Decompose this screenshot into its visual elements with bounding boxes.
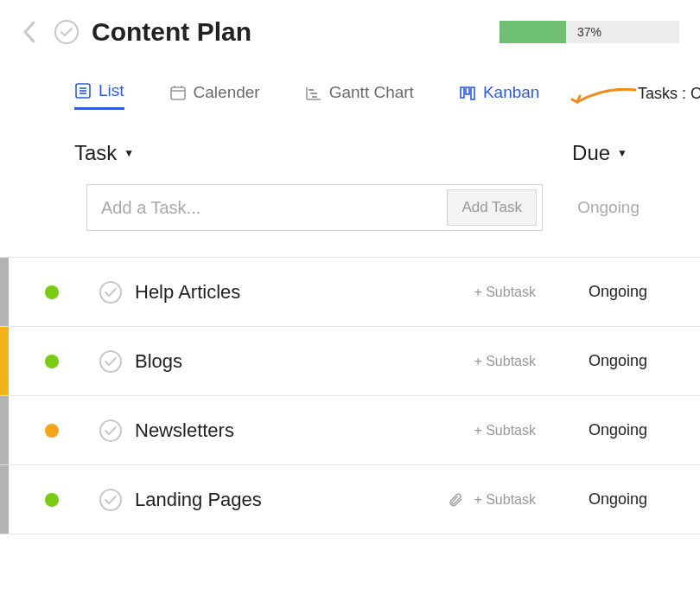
task-row[interactable]: Help Articles+ SubtaskOngoing <box>0 258 700 327</box>
status-dot <box>45 355 59 368</box>
subtask-label: + Subtask <box>474 423 536 438</box>
task-title: Help Articles <box>135 281 240 304</box>
tab-list-label: List <box>99 81 124 100</box>
add-task-due-label: Ongoing <box>577 198 640 217</box>
svg-rect-16 <box>471 87 474 99</box>
tab-gantt[interactable]: Gantt Chart <box>305 83 414 109</box>
tab-gantt-label: Gantt Chart <box>329 83 414 102</box>
tasks-count-label: Tasks : C <box>638 85 700 103</box>
task-due: Ongoing <box>553 352 683 370</box>
svg-point-17 <box>100 282 121 303</box>
tab-kanban-label: Kanban <box>483 83 540 102</box>
attachment-icon <box>448 492 463 508</box>
progress-percent-label: 37% <box>500 25 679 39</box>
task-row[interactable]: Newsletters+ SubtaskOngoing <box>0 396 700 465</box>
subtask-label: + Subtask <box>474 492 536 508</box>
tab-calendar-label: Calender <box>194 83 260 102</box>
svg-rect-12 <box>310 93 317 94</box>
arrow-annotation-icon <box>570 88 640 118</box>
subtask-label: + Subtask <box>474 354 536 369</box>
svg-rect-14 <box>461 87 464 98</box>
add-task-input-wrap: Add Task <box>86 184 543 231</box>
task-due: Ongoing <box>553 421 683 439</box>
svg-point-20 <box>100 490 121 510</box>
list-icon <box>74 82 92 99</box>
status-dot <box>45 424 59 438</box>
column-task-label: Task <box>74 141 117 165</box>
add-subtask-button[interactable]: + Subtask <box>474 285 536 300</box>
row-color-stripe <box>0 327 9 395</box>
task-complete-toggle[interactable] <box>99 349 123 374</box>
page-title: Content Plan <box>92 17 251 47</box>
column-header-due[interactable]: Due ▼ <box>572 141 627 165</box>
tab-calendar[interactable]: Calender <box>169 83 260 109</box>
task-complete-toggle[interactable] <box>99 280 123 304</box>
column-header-task[interactable]: Task ▼ <box>74 141 134 165</box>
calendar-icon <box>169 84 187 101</box>
kanban-icon <box>459 84 476 101</box>
task-row[interactable]: Blogs+ SubtaskOngoing <box>0 327 700 396</box>
status-dot <box>45 285 59 299</box>
complete-toggle-icon[interactable] <box>54 19 80 45</box>
status-dot <box>45 493 59 507</box>
tab-kanban[interactable]: Kanban <box>459 83 540 109</box>
row-color-stripe <box>0 396 9 464</box>
add-task-button[interactable]: Add Task <box>447 189 537 226</box>
svg-point-19 <box>100 420 121 441</box>
svg-point-0 <box>55 21 78 43</box>
task-due: Ongoing <box>553 283 683 301</box>
column-due-label: Due <box>572 141 610 165</box>
svg-rect-5 <box>171 87 185 99</box>
task-title: Blogs <box>135 350 182 373</box>
back-chevron-icon[interactable] <box>16 17 45 47</box>
dropdown-arrow-icon: ▼ <box>124 147 134 159</box>
svg-rect-13 <box>312 96 317 98</box>
add-subtask-button[interactable]: + Subtask <box>474 423 536 438</box>
tab-list[interactable]: List <box>74 81 124 110</box>
add-subtask-button[interactable]: + Subtask <box>448 492 536 508</box>
task-complete-toggle[interactable] <box>99 419 123 443</box>
svg-point-18 <box>100 351 121 372</box>
svg-rect-15 <box>466 87 469 94</box>
task-title: Landing Pages <box>135 489 262 511</box>
add-task-input[interactable] <box>87 198 442 218</box>
row-color-stripe <box>0 465 9 534</box>
row-color-stripe <box>0 258 9 326</box>
subtask-label: + Subtask <box>474 285 536 300</box>
task-due: Ongoing <box>553 490 683 509</box>
dropdown-arrow-icon: ▼ <box>617 147 627 159</box>
task-complete-toggle[interactable] <box>99 488 123 512</box>
task-row[interactable]: Landing Pages+ SubtaskOngoing <box>0 465 700 534</box>
task-title: Newsletters <box>135 419 234 442</box>
svg-rect-11 <box>309 89 314 91</box>
add-subtask-button[interactable]: + Subtask <box>474 354 536 369</box>
gantt-icon <box>305 84 322 101</box>
progress-bar: 37% <box>500 21 679 43</box>
